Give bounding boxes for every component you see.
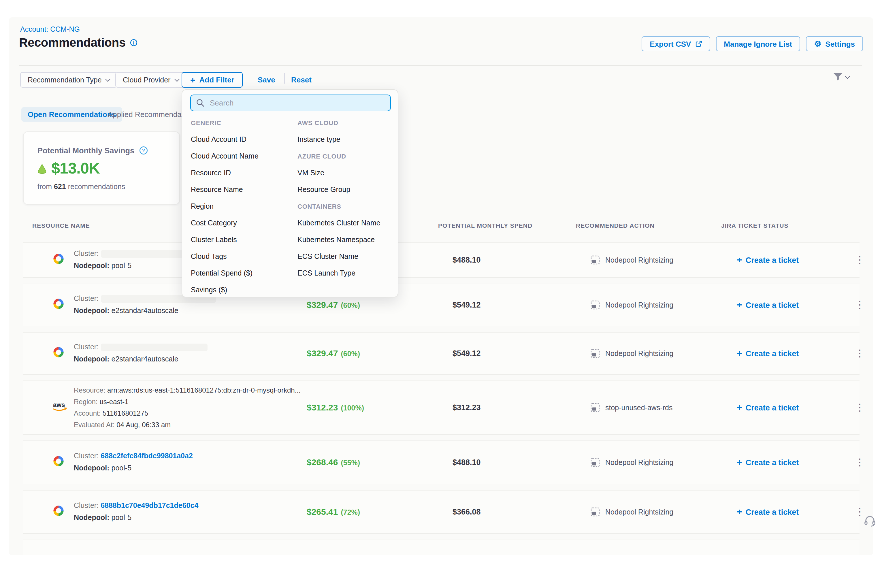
filter-option[interactable]: VM Size	[297, 164, 396, 181]
recommended-action-cell: Nodepool Rightsizing	[590, 255, 674, 265]
gear-icon: ⚙	[814, 40, 821, 48]
resource-name-cell: Cluster: Nodepool: e2standar4autoscale	[74, 341, 207, 366]
filter-option[interactable]: Kubernetes Namespace	[297, 231, 396, 248]
svg-text:?: ?	[142, 148, 145, 153]
rightsizing-icon	[590, 403, 600, 412]
resource-name-cell: Cluster: 688c2fefc84fbdc99801a0a2 Nodepo…	[74, 450, 193, 474]
filter-option[interactable]: Cloud Account ID	[191, 131, 293, 148]
filter-option[interactable]: Instance type	[297, 131, 396, 148]
create-ticket-link[interactable]: +Create a ticket	[737, 349, 799, 358]
reset-filter-button[interactable]: Reset	[291, 75, 312, 84]
table-row[interactable]: Cluster: Nodepool: pool-5 $488.10 Nodepo…	[23, 242, 860, 278]
header-divider	[19, 65, 862, 66]
plus-icon: +	[737, 255, 742, 265]
settings-button[interactable]: ⚙ Settings	[806, 36, 863, 51]
account-breadcrumb[interactable]: Account: CCM-NG	[20, 26, 80, 33]
row-menu-button[interactable]: ⋮	[855, 402, 864, 414]
savings-card-title: Potential Monthly Savings	[38, 146, 134, 155]
cluster-link[interactable]: 6888b1c70e49db17c1de60c4	[100, 501, 198, 510]
filter-option[interactable]: Cluster Labels	[191, 231, 293, 248]
savings-cell: $329.47(60%)	[307, 348, 360, 358]
tab-open-recommendations[interactable]: Open Recommendations	[21, 107, 122, 122]
filter-option[interactable]: ECS Cluster Name	[297, 248, 396, 265]
plus-icon: +	[737, 403, 742, 412]
export-csv-label: Export CSV	[650, 39, 691, 48]
gcp-icon	[52, 554, 65, 555]
aws-icon: aws	[52, 400, 68, 414]
svg-text:aws: aws	[53, 401, 65, 408]
filter-option[interactable]: Cloud Account Name	[191, 148, 293, 164]
help-icon[interactable]: ?	[139, 146, 148, 155]
table-row[interactable]: Cluster: Nodepool: e2standar4autoscale $…	[23, 332, 860, 375]
filter-section-containers: CONTAINERS	[297, 198, 396, 214]
gcp-icon	[52, 454, 65, 470]
col-header-recommended-action: RECOMMENDED ACTION	[576, 222, 655, 229]
filter-option[interactable]: Savings ($)	[191, 281, 293, 298]
export-csv-button[interactable]: Export CSV	[642, 36, 710, 51]
recommended-action-cell: Nodepool Rightsizing	[590, 300, 674, 310]
filter-option[interactable]: Cloud Tags	[191, 248, 293, 265]
filter-option[interactable]: Resource Group	[297, 181, 396, 198]
create-ticket-link[interactable]: +Create a ticket	[737, 403, 799, 412]
filter-option[interactable]: Region	[191, 198, 293, 214]
save-filter-button[interactable]: Save	[258, 75, 275, 84]
rightsizing-icon	[590, 255, 600, 265]
row-menu-button[interactable]: ⋮	[855, 456, 864, 468]
savings-cell: $329.47(60%)	[307, 300, 360, 310]
table-row[interactable]: Cluster: 688c2fefc84fbdc99801a0a2 Nodepo…	[23, 440, 860, 484]
filter-option[interactable]: Kubernetes Cluster Name	[297, 214, 396, 231]
resource-name-cell: Resource: arn:aws:rds:us-east-1:51161680…	[74, 384, 301, 430]
info-icon[interactable]	[130, 39, 138, 47]
cluster-link[interactable]: 688c2fefc84fbdc99801a0a2	[100, 452, 193, 460]
savings-cell: $265.41(72%)	[307, 507, 360, 517]
chevron-down-icon	[845, 74, 850, 79]
recommendations-page: Account: CCM-NG Recommendations Export C…	[0, 0, 882, 588]
table-row[interactable]: Cluster: Nodepool: e2standar4autoscale $…	[23, 284, 860, 326]
page-title: Recommendations	[19, 36, 126, 50]
filter-option[interactable]: Resource Name	[191, 181, 293, 198]
rightsizing-icon	[590, 458, 600, 467]
filter-funnel-button[interactable]	[833, 73, 849, 81]
filter-option[interactable]: Cost Category	[191, 214, 293, 231]
settings-label: Settings	[825, 39, 855, 48]
spend-cell: $549.12	[453, 301, 481, 309]
create-ticket-link[interactable]: +Create a ticket	[737, 255, 799, 265]
rightsizing-icon	[590, 348, 600, 358]
recommendation-type-filter[interactable]: Recommendation Type	[20, 72, 117, 88]
row-menu-button[interactable]: ⋮	[855, 347, 864, 359]
create-ticket-link[interactable]: +Create a ticket	[737, 458, 799, 467]
gcp-icon	[52, 346, 65, 361]
recommended-action-cell: stop-unused-aws-rds	[590, 403, 672, 412]
manage-ignore-list-button[interactable]: Manage Ignore List	[716, 36, 800, 51]
search-input[interactable]	[190, 94, 391, 111]
savings-subtitle: from 621 recommendations	[38, 183, 125, 191]
rightsizing-icon	[590, 507, 600, 517]
recommended-action-cell: Nodepool Rightsizing	[590, 458, 674, 467]
cloud-provider-filter[interactable]: Cloud Provider	[115, 72, 186, 88]
money-icon	[36, 164, 48, 174]
filter-section-generic: GENERIC	[191, 114, 293, 131]
savings-cell: $268.46(55%)	[307, 457, 360, 468]
filter-option[interactable]: ECS Launch Type	[297, 265, 396, 281]
filter-option[interactable]: Potential Spend ($)	[191, 265, 293, 281]
divider	[284, 73, 285, 84]
plus-icon: +	[737, 300, 742, 310]
spend-cell: $488.10	[453, 256, 481, 264]
create-ticket-link[interactable]: +Create a ticket	[737, 300, 799, 310]
row-menu-button[interactable]: ⋮	[855, 254, 864, 266]
search-icon	[196, 99, 205, 107]
filter-option[interactable]: Resource ID	[191, 164, 293, 181]
table-row[interactable]: aws Resource: arn:aws:rds:us-east-1:5116…	[23, 381, 860, 435]
support-button[interactable]	[863, 514, 877, 530]
savings-cell: $312.23(100%)	[307, 402, 364, 413]
redacted-cluster-name	[100, 344, 207, 351]
row-menu-button[interactable]: ⋮	[855, 299, 864, 311]
chevron-down-icon	[105, 76, 110, 82]
table-row[interactable]: Cluster: 6888b1c70e49db17c1de60c4 Nodepo…	[23, 490, 860, 534]
recommendation-count: 621	[54, 183, 66, 191]
external-link-icon	[695, 40, 702, 47]
create-ticket-link[interactable]: +Create a ticket	[737, 507, 799, 516]
table-row[interactable]: Cluster: 6886e92f59a48cad86b5b1c6 $244.0…	[23, 540, 860, 555]
col-header-jira-ticket-status: JIRA TICKET STATUS	[721, 222, 788, 229]
add-filter-button[interactable]: + Add Filter	[182, 72, 243, 88]
